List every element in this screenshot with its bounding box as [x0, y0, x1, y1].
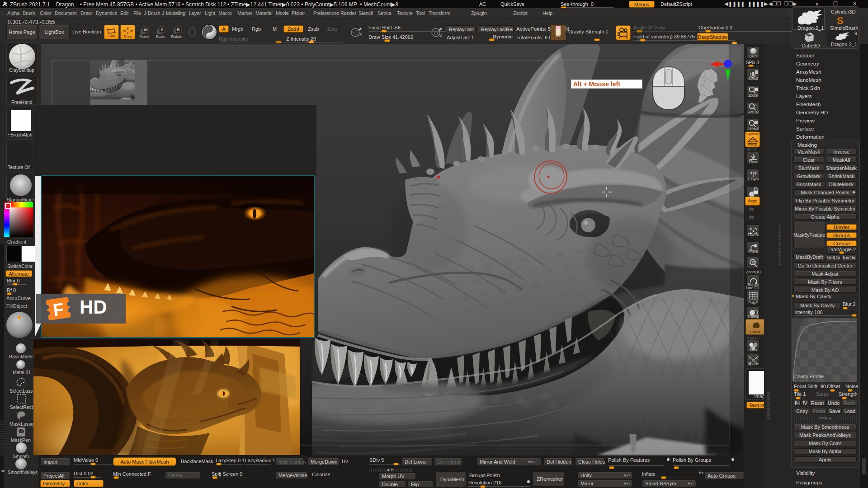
svg-text:S: S — [837, 15, 844, 26]
svg-text:1: 1 — [755, 103, 757, 107]
svg-text:Move: Move — [140, 34, 149, 38]
svg-text:R: R — [177, 28, 180, 32]
svg-text:M: M — [144, 28, 148, 32]
svg-text:Draw: Draw — [123, 34, 132, 38]
svg-text:S: S — [160, 28, 163, 32]
svg-text:3D: 3D — [751, 261, 755, 264]
svg-text:Rotate: Rotate — [171, 34, 182, 38]
svg-text:Edit: Edit — [108, 34, 115, 38]
svg-text:Scale: Scale — [156, 34, 165, 38]
svg-text:S: S — [359, 33, 362, 37]
svg-text:D: D — [439, 33, 443, 38]
